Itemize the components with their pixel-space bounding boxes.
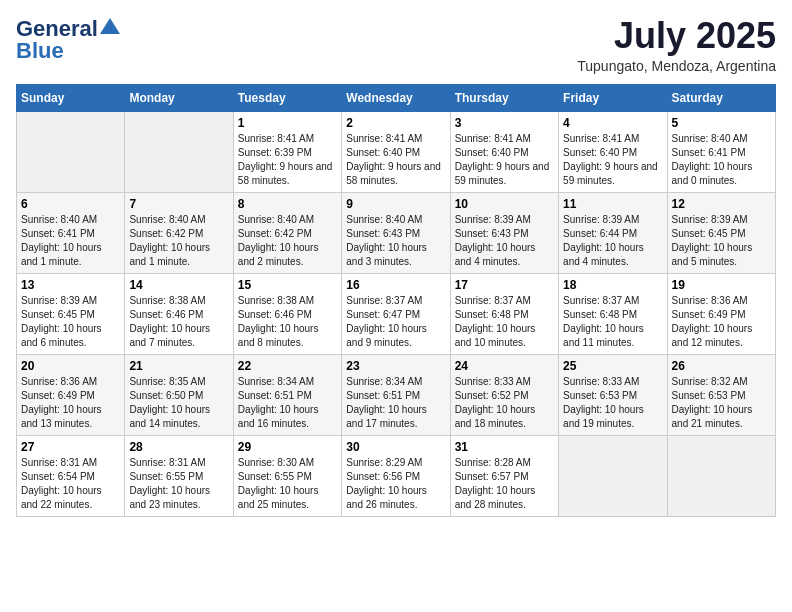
calendar-cell: 27Sunrise: 8:31 AMSunset: 6:54 PMDayligh… bbox=[17, 435, 125, 516]
day-number: 22 bbox=[238, 359, 337, 373]
logo-blue: Blue bbox=[16, 38, 64, 64]
calendar-cell: 28Sunrise: 8:31 AMSunset: 6:55 PMDayligh… bbox=[125, 435, 233, 516]
day-info: Sunrise: 8:41 AMSunset: 6:40 PMDaylight:… bbox=[563, 132, 662, 188]
day-info: Sunrise: 8:39 AMSunset: 6:43 PMDaylight:… bbox=[455, 213, 554, 269]
calendar-cell: 31Sunrise: 8:28 AMSunset: 6:57 PMDayligh… bbox=[450, 435, 558, 516]
calendar-cell: 19Sunrise: 8:36 AMSunset: 6:49 PMDayligh… bbox=[667, 273, 775, 354]
day-info: Sunrise: 8:35 AMSunset: 6:50 PMDaylight:… bbox=[129, 375, 228, 431]
calendar-cell: 30Sunrise: 8:29 AMSunset: 6:56 PMDayligh… bbox=[342, 435, 450, 516]
calendar-cell: 23Sunrise: 8:34 AMSunset: 6:51 PMDayligh… bbox=[342, 354, 450, 435]
calendar-cell: 12Sunrise: 8:39 AMSunset: 6:45 PMDayligh… bbox=[667, 192, 775, 273]
calendar-cell bbox=[17, 111, 125, 192]
calendar-cell: 1Sunrise: 8:41 AMSunset: 6:39 PMDaylight… bbox=[233, 111, 341, 192]
day-number: 8 bbox=[238, 197, 337, 211]
weekday-header: Friday bbox=[559, 84, 667, 111]
svg-marker-0 bbox=[100, 18, 120, 34]
day-number: 11 bbox=[563, 197, 662, 211]
weekday-header: Thursday bbox=[450, 84, 558, 111]
day-info: Sunrise: 8:40 AMSunset: 6:41 PMDaylight:… bbox=[21, 213, 120, 269]
weekday-header-row: SundayMondayTuesdayWednesdayThursdayFrid… bbox=[17, 84, 776, 111]
day-info: Sunrise: 8:33 AMSunset: 6:52 PMDaylight:… bbox=[455, 375, 554, 431]
weekday-header: Saturday bbox=[667, 84, 775, 111]
day-number: 3 bbox=[455, 116, 554, 130]
calendar-cell bbox=[125, 111, 233, 192]
calendar-cell: 17Sunrise: 8:37 AMSunset: 6:48 PMDayligh… bbox=[450, 273, 558, 354]
day-info: Sunrise: 8:37 AMSunset: 6:48 PMDaylight:… bbox=[455, 294, 554, 350]
day-info: Sunrise: 8:41 AMSunset: 6:40 PMDaylight:… bbox=[455, 132, 554, 188]
day-number: 30 bbox=[346, 440, 445, 454]
day-number: 5 bbox=[672, 116, 771, 130]
day-number: 14 bbox=[129, 278, 228, 292]
calendar-cell: 8Sunrise: 8:40 AMSunset: 6:42 PMDaylight… bbox=[233, 192, 341, 273]
page-header: General Blue July 2025 Tupungato, Mendoz… bbox=[16, 16, 776, 74]
weekday-header: Sunday bbox=[17, 84, 125, 111]
day-number: 18 bbox=[563, 278, 662, 292]
day-info: Sunrise: 8:30 AMSunset: 6:55 PMDaylight:… bbox=[238, 456, 337, 512]
day-info: Sunrise: 8:37 AMSunset: 6:48 PMDaylight:… bbox=[563, 294, 662, 350]
day-info: Sunrise: 8:36 AMSunset: 6:49 PMDaylight:… bbox=[672, 294, 771, 350]
day-number: 15 bbox=[238, 278, 337, 292]
calendar-cell: 21Sunrise: 8:35 AMSunset: 6:50 PMDayligh… bbox=[125, 354, 233, 435]
calendar-week-row: 27Sunrise: 8:31 AMSunset: 6:54 PMDayligh… bbox=[17, 435, 776, 516]
calendar-cell bbox=[559, 435, 667, 516]
day-number: 4 bbox=[563, 116, 662, 130]
calendar-cell: 7Sunrise: 8:40 AMSunset: 6:42 PMDaylight… bbox=[125, 192, 233, 273]
day-number: 1 bbox=[238, 116, 337, 130]
day-number: 24 bbox=[455, 359, 554, 373]
day-info: Sunrise: 8:32 AMSunset: 6:53 PMDaylight:… bbox=[672, 375, 771, 431]
calendar-cell: 14Sunrise: 8:38 AMSunset: 6:46 PMDayligh… bbox=[125, 273, 233, 354]
calendar-cell: 6Sunrise: 8:40 AMSunset: 6:41 PMDaylight… bbox=[17, 192, 125, 273]
calendar-cell: 15Sunrise: 8:38 AMSunset: 6:46 PMDayligh… bbox=[233, 273, 341, 354]
calendar-week-row: 20Sunrise: 8:36 AMSunset: 6:49 PMDayligh… bbox=[17, 354, 776, 435]
day-info: Sunrise: 8:36 AMSunset: 6:49 PMDaylight:… bbox=[21, 375, 120, 431]
day-info: Sunrise: 8:34 AMSunset: 6:51 PMDaylight:… bbox=[238, 375, 337, 431]
day-number: 2 bbox=[346, 116, 445, 130]
day-number: 9 bbox=[346, 197, 445, 211]
day-number: 10 bbox=[455, 197, 554, 211]
calendar-cell: 18Sunrise: 8:37 AMSunset: 6:48 PMDayligh… bbox=[559, 273, 667, 354]
day-info: Sunrise: 8:33 AMSunset: 6:53 PMDaylight:… bbox=[563, 375, 662, 431]
calendar-cell: 24Sunrise: 8:33 AMSunset: 6:52 PMDayligh… bbox=[450, 354, 558, 435]
day-number: 27 bbox=[21, 440, 120, 454]
calendar-cell: 20Sunrise: 8:36 AMSunset: 6:49 PMDayligh… bbox=[17, 354, 125, 435]
calendar-cell: 4Sunrise: 8:41 AMSunset: 6:40 PMDaylight… bbox=[559, 111, 667, 192]
calendar-cell: 13Sunrise: 8:39 AMSunset: 6:45 PMDayligh… bbox=[17, 273, 125, 354]
day-info: Sunrise: 8:37 AMSunset: 6:47 PMDaylight:… bbox=[346, 294, 445, 350]
calendar-table: SundayMondayTuesdayWednesdayThursdayFrid… bbox=[16, 84, 776, 517]
day-info: Sunrise: 8:39 AMSunset: 6:45 PMDaylight:… bbox=[21, 294, 120, 350]
day-number: 23 bbox=[346, 359, 445, 373]
weekday-header: Wednesday bbox=[342, 84, 450, 111]
calendar-cell bbox=[667, 435, 775, 516]
day-number: 25 bbox=[563, 359, 662, 373]
day-info: Sunrise: 8:40 AMSunset: 6:42 PMDaylight:… bbox=[238, 213, 337, 269]
day-info: Sunrise: 8:41 AMSunset: 6:39 PMDaylight:… bbox=[238, 132, 337, 188]
calendar-cell: 2Sunrise: 8:41 AMSunset: 6:40 PMDaylight… bbox=[342, 111, 450, 192]
calendar-cell: 11Sunrise: 8:39 AMSunset: 6:44 PMDayligh… bbox=[559, 192, 667, 273]
day-info: Sunrise: 8:29 AMSunset: 6:56 PMDaylight:… bbox=[346, 456, 445, 512]
month-title: July 2025 bbox=[577, 16, 776, 56]
calendar-cell: 3Sunrise: 8:41 AMSunset: 6:40 PMDaylight… bbox=[450, 111, 558, 192]
day-info: Sunrise: 8:40 AMSunset: 6:43 PMDaylight:… bbox=[346, 213, 445, 269]
day-info: Sunrise: 8:40 AMSunset: 6:41 PMDaylight:… bbox=[672, 132, 771, 188]
day-info: Sunrise: 8:38 AMSunset: 6:46 PMDaylight:… bbox=[129, 294, 228, 350]
calendar-cell: 29Sunrise: 8:30 AMSunset: 6:55 PMDayligh… bbox=[233, 435, 341, 516]
day-number: 19 bbox=[672, 278, 771, 292]
day-info: Sunrise: 8:40 AMSunset: 6:42 PMDaylight:… bbox=[129, 213, 228, 269]
day-info: Sunrise: 8:28 AMSunset: 6:57 PMDaylight:… bbox=[455, 456, 554, 512]
logo-icon bbox=[100, 18, 120, 34]
day-number: 26 bbox=[672, 359, 771, 373]
day-number: 20 bbox=[21, 359, 120, 373]
calendar-cell: 26Sunrise: 8:32 AMSunset: 6:53 PMDayligh… bbox=[667, 354, 775, 435]
calendar-cell: 9Sunrise: 8:40 AMSunset: 6:43 PMDaylight… bbox=[342, 192, 450, 273]
calendar-cell: 22Sunrise: 8:34 AMSunset: 6:51 PMDayligh… bbox=[233, 354, 341, 435]
day-info: Sunrise: 8:34 AMSunset: 6:51 PMDaylight:… bbox=[346, 375, 445, 431]
calendar-week-row: 1Sunrise: 8:41 AMSunset: 6:39 PMDaylight… bbox=[17, 111, 776, 192]
day-info: Sunrise: 8:39 AMSunset: 6:45 PMDaylight:… bbox=[672, 213, 771, 269]
day-number: 28 bbox=[129, 440, 228, 454]
day-info: Sunrise: 8:31 AMSunset: 6:55 PMDaylight:… bbox=[129, 456, 228, 512]
day-number: 31 bbox=[455, 440, 554, 454]
day-number: 17 bbox=[455, 278, 554, 292]
weekday-header: Monday bbox=[125, 84, 233, 111]
weekday-header: Tuesday bbox=[233, 84, 341, 111]
day-info: Sunrise: 8:31 AMSunset: 6:54 PMDaylight:… bbox=[21, 456, 120, 512]
